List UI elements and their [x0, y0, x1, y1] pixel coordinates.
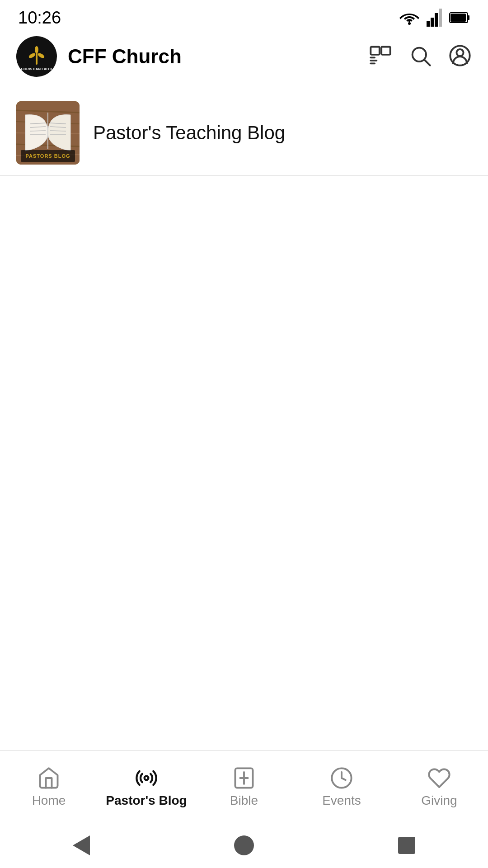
giving-icon	[427, 766, 451, 790]
svg-point-40	[145, 776, 149, 780]
battery-icon	[449, 11, 470, 24]
status-bar: 10:26	[0, 0, 488, 32]
events-icon	[330, 766, 353, 790]
nav-item-events[interactable]: Events	[293, 766, 390, 808]
svg-rect-4	[439, 9, 442, 27]
bible-icon	[232, 766, 256, 790]
recents-square-icon	[398, 837, 415, 854]
svg-point-12	[35, 46, 38, 53]
svg-line-36	[50, 131, 66, 131]
app-bar: CHRISTIAN FAITH CFF Church	[0, 32, 488, 81]
content-area: PASTORS BLOG Pastor's Teaching Blog	[0, 81, 488, 185]
status-icons	[399, 9, 470, 27]
app-logo[interactable]: CHRISTIAN FAITH	[16, 36, 57, 77]
nav-label-pastors-blog: Pastor's Blog	[106, 793, 187, 808]
recents-button[interactable]	[393, 832, 420, 859]
nav-item-home[interactable]: Home	[0, 766, 98, 808]
svg-rect-15	[381, 47, 390, 55]
app-title: CFF Church	[68, 45, 369, 68]
back-button[interactable]	[68, 832, 95, 859]
home-button[interactable]	[230, 832, 258, 859]
home-icon	[37, 766, 61, 790]
blog-item-title: Pastor's Teaching Blog	[93, 122, 472, 144]
svg-line-32	[30, 131, 46, 131]
home-circle-icon	[234, 835, 254, 855]
cff-logo-icon: CHRISTIAN FAITH	[19, 38, 55, 75]
app-bar-actions	[369, 44, 472, 69]
svg-rect-7	[450, 14, 466, 22]
nav-label-giving: Giving	[421, 793, 457, 808]
pastors-blog-thumbnail-image: PASTORS BLOG	[16, 101, 80, 165]
svg-point-22	[456, 49, 463, 56]
svg-text:CHRISTIAN FAITH: CHRISTIAN FAITH	[21, 67, 52, 71]
chat-icon[interactable]	[369, 44, 392, 69]
svg-rect-14	[371, 47, 380, 55]
nav-item-bible[interactable]: Bible	[195, 766, 293, 808]
back-triangle-icon	[73, 835, 90, 855]
nav-label-bible: Bible	[230, 793, 258, 808]
nav-label-home: Home	[32, 793, 66, 808]
nav-item-pastors-blog[interactable]: Pastor's Blog	[98, 766, 195, 808]
svg-point-0	[408, 22, 411, 25]
svg-text:PASTORS BLOG: PASTORS BLOG	[26, 153, 70, 159]
bottom-nav: Home Pastor's Blog Bible Events	[0, 750, 488, 823]
nav-item-giving[interactable]: Giving	[390, 766, 488, 808]
signal-icon	[427, 9, 442, 27]
blog-list-item[interactable]: PASTORS BLOG Pastor's Teaching Blog	[0, 90, 488, 176]
svg-rect-1	[427, 21, 430, 27]
svg-rect-6	[468, 15, 469, 20]
android-nav-bar	[0, 823, 488, 868]
status-time: 10:26	[18, 8, 61, 28]
profile-icon[interactable]	[448, 44, 472, 69]
svg-rect-9	[36, 52, 38, 65]
svg-line-20	[425, 60, 430, 66]
blog-thumbnail: PASTORS BLOG	[16, 101, 80, 165]
svg-rect-3	[435, 13, 438, 27]
search-icon[interactable]	[408, 44, 432, 69]
nav-label-events: Events	[322, 793, 361, 808]
svg-rect-2	[431, 18, 434, 27]
broadcast-icon	[135, 766, 158, 790]
wifi-icon	[399, 10, 419, 25]
